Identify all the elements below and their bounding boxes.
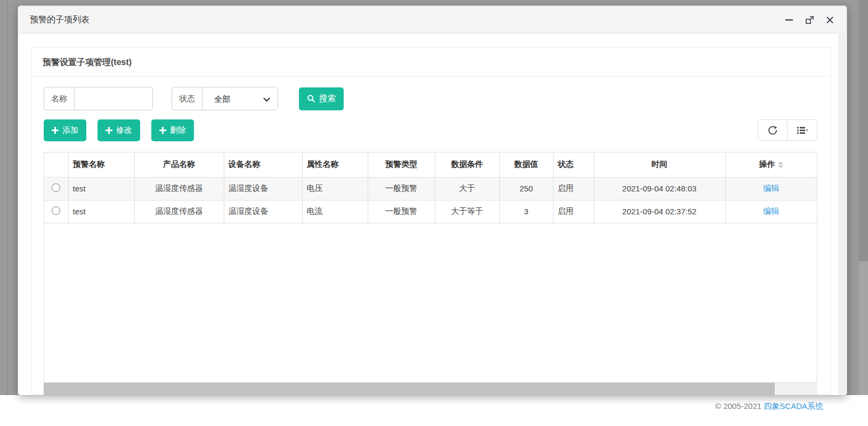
row-radio[interactable] [52, 183, 60, 192]
table-row[interactable]: test温湿度传感器温湿度设备电流一般预警大于等于3启用2021-09-04 0… [44, 200, 817, 223]
column-header: 数据条件 [435, 152, 499, 177]
table-cell: 2021-09-04 02:37:52 [594, 200, 725, 223]
row-select-cell [44, 177, 68, 200]
table-cell: test [68, 177, 134, 200]
column-header: 预警类型 [368, 152, 435, 177]
table-hscrollbar-thumb[interactable] [44, 383, 775, 395]
table-cell: 温湿度传感器 [134, 177, 224, 200]
panel-title: 预警设置子项管理(test) [32, 48, 831, 77]
edit-link[interactable]: 编辑 [763, 206, 779, 215]
table-cell: 启用 [553, 200, 594, 223]
column-header: 状态 [553, 152, 594, 177]
background-page-edge [7, 0, 8, 395]
column-header: 预警名称 [68, 152, 134, 177]
page-scrollbar-thumb[interactable] [859, 0, 868, 261]
column-header: 设备名称 [224, 152, 302, 177]
table-row[interactable]: test温湿度传感器温湿度设备电压一般预警大于250启用2021-09-04 0… [44, 177, 817, 200]
column-header[interactable]: 操作 [725, 152, 817, 177]
modal-scrollbar-track[interactable] [838, 34, 846, 395]
table-cell: 启用 [553, 177, 594, 200]
sort-icon [778, 162, 783, 168]
column-header: 数据值 [499, 152, 553, 177]
modal-title: 预警的子项列表 [30, 6, 90, 34]
table-cell: 大于 [435, 177, 499, 200]
table-cell: 电流 [302, 200, 368, 223]
page-footer: © 2005-2021 四象SCADA系统 [0, 395, 868, 426]
action-cell: 编辑 [725, 200, 817, 223]
column-header: 属性名称 [302, 152, 368, 177]
row-select-cell [44, 200, 68, 223]
table-hscrollbar-track[interactable] [44, 383, 817, 395]
caret-down-icon [806, 130, 808, 131]
alert-table: 预警名称产品名称设备名称属性名称预警类型数据条件数据值状态时间操作test温湿度… [44, 152, 817, 383]
search-button[interactable]: 搜索 [299, 87, 344, 110]
page-scrollbar-track[interactable] [859, 0, 868, 395]
refresh-icon [767, 125, 778, 135]
add-button[interactable]: 添加 [44, 119, 86, 141]
alert-subitem-modal: 预警的子项列表 预警设置子项管理(test) [18, 5, 847, 396]
window-controls [784, 6, 835, 34]
action-bar: 添加 修改 删除 [44, 119, 194, 141]
table-cell: 温湿度设备 [224, 177, 302, 200]
table-cell: 2021-09-04 02:48:03 [594, 177, 725, 200]
table-cell: 一般预警 [368, 200, 435, 223]
table-cell: 温湿度设备 [224, 200, 302, 223]
table-cell: test [68, 200, 134, 223]
action-cell: 编辑 [725, 177, 817, 200]
refresh-button[interactable] [758, 119, 788, 141]
status-label: 状态 [172, 87, 202, 110]
name-input-group: 名称 [44, 87, 153, 110]
maximize-icon[interactable] [804, 14, 815, 25]
alert-settings-panel: 预警设置子项管理(test) 名称 状态 全部 搜索 [31, 47, 831, 395]
plus-icon [52, 127, 59, 134]
select-column-header [44, 152, 68, 177]
name-input[interactable] [75, 87, 152, 110]
brand-link[interactable]: 四象SCADA系统 [764, 401, 823, 411]
copyright-text: © 2005-2021 [715, 401, 761, 411]
background-navbar-edge [0, 29, 18, 30]
table-cell: 温湿度传感器 [134, 200, 224, 223]
plus-icon [106, 127, 112, 134]
modify-button[interactable]: 修改 [98, 119, 140, 141]
table-cell: 一般预警 [368, 177, 435, 200]
table-cell: 大于等于 [435, 200, 499, 223]
minimize-icon[interactable] [784, 14, 794, 25]
status-input-group: 状态 全部 [172, 87, 278, 110]
status-select[interactable]: 全部 [202, 87, 278, 110]
edit-link[interactable]: 编辑 [763, 183, 779, 192]
modal-header: 预警的子项列表 [18, 6, 847, 34]
table-cell: 电压 [302, 177, 368, 200]
filter-bar: 名称 状态 全部 搜索 [44, 87, 344, 110]
close-icon[interactable] [824, 14, 835, 25]
list-columns-icon [797, 125, 808, 135]
column-header: 时间 [594, 152, 725, 177]
column-header: 产品名称 [134, 152, 224, 177]
name-label: 名称 [44, 87, 75, 110]
columns-button[interactable] [788, 119, 817, 141]
table-toolbar [758, 119, 817, 141]
search-icon [307, 94, 315, 103]
row-radio[interactable] [52, 206, 60, 215]
plus-icon [159, 127, 166, 134]
delete-button[interactable]: 删除 [151, 119, 194, 141]
table-cell: 3 [499, 200, 553, 223]
table-cell: 250 [499, 177, 553, 200]
